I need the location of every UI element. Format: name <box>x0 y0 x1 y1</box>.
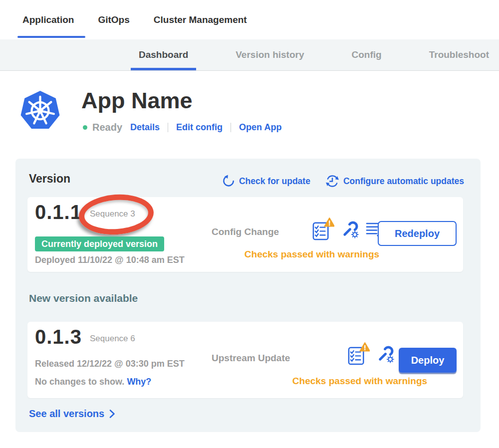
checks-status-text: Checks passed with warnings <box>242 249 382 260</box>
current-version-card: 0.1.1 Sequence 3 Currently deployed vers… <box>27 197 463 272</box>
admin-console-window: Application GitOps Cluster Management Da… <box>0 0 499 448</box>
tab-troubleshoot[interactable]: Troubleshoot <box>429 39 489 70</box>
checks-status-text: Checks passed with warnings <box>290 376 430 387</box>
current-version-sequence: Sequence 3 <box>90 209 135 219</box>
secondary-nav: Dashboard Version history Config Trouble… <box>0 39 499 71</box>
see-all-versions-link[interactable]: See all versions <box>29 408 115 420</box>
status-text: Ready <box>92 122 122 133</box>
separator <box>231 123 231 132</box>
currently-deployed-badge: Currently deployed version <box>35 236 164 251</box>
preflight-checks-icon[interactable] <box>312 217 334 241</box>
version-panel-title: Version <box>29 172 70 186</box>
status-ready-dot-icon <box>83 125 87 130</box>
primary-nav: Application GitOps Cluster Management <box>0 0 499 39</box>
page-title: App Name <box>81 88 193 114</box>
deploy-button[interactable]: Deploy <box>399 348 457 373</box>
available-version-line: 0.1.3 Sequence 6 <box>35 326 135 348</box>
no-changes-label: No changes to show. <box>35 377 124 387</box>
preflight-checks-icon[interactable] <box>347 342 370 366</box>
available-version-number: 0.1.3 <box>35 326 82 348</box>
no-changes-text: No changes to show. Why? <box>35 377 151 387</box>
available-version-sequence: Sequence 6 <box>90 334 135 344</box>
configure-automatic-updates-button[interactable]: Configure automatic updates <box>325 174 464 188</box>
redeploy-button[interactable]: Redeploy <box>378 221 457 246</box>
version-panel: Version Check for update <box>15 159 481 432</box>
check-for-update-label: Check for update <box>239 176 310 187</box>
see-all-versions-label: See all versions <box>29 408 104 420</box>
why-link[interactable]: Why? <box>127 377 151 387</box>
version-source-label: Upstream Update <box>212 353 290 364</box>
check-for-update-button[interactable]: Check for update <box>222 175 310 188</box>
version-source-label: Config Change <box>212 226 279 237</box>
clock-refresh-icon <box>325 174 339 188</box>
chevron-right-icon <box>109 409 115 419</box>
app-status-row: Ready Details Edit config Open App <box>83 122 281 133</box>
tab-gitops[interactable]: GitOps <box>98 0 129 39</box>
open-app-link[interactable]: Open App <box>239 122 281 133</box>
kubernetes-helm-icon <box>19 89 61 132</box>
version-panel-actions: Check for update Configure automatic upd… <box>222 174 464 188</box>
current-version-number: 0.1.1 <box>35 201 82 224</box>
deployed-timestamp: Deployed 11/10/22 @ 10:48 am EST <box>35 255 185 265</box>
available-version-icons <box>347 342 395 366</box>
tab-cluster-management[interactable]: Cluster Management <box>154 0 247 39</box>
configure-automatic-updates-label: Configure automatic updates <box>343 176 464 187</box>
edit-config-link[interactable]: Edit config <box>176 122 223 133</box>
released-timestamp: Released 12/12/22 @ 03:30 pm EST <box>35 359 185 369</box>
new-version-heading: New version available <box>29 292 138 304</box>
wrench-gear-icon[interactable] <box>376 345 395 363</box>
details-link[interactable]: Details <box>130 122 160 133</box>
tab-config[interactable]: Config <box>352 39 382 70</box>
separator <box>168 123 168 132</box>
wrench-gear-icon[interactable] <box>341 220 359 238</box>
current-version-line: 0.1.1 Sequence 3 <box>35 201 135 224</box>
available-version-card: 0.1.3 Sequence 6 Released 12/12/22 @ 03:… <box>27 322 463 398</box>
refresh-icon <box>222 175 235 188</box>
tab-version-history[interactable]: Version history <box>236 39 304 70</box>
tab-dashboard[interactable]: Dashboard <box>139 39 188 70</box>
tab-application[interactable]: Application <box>22 0 74 39</box>
